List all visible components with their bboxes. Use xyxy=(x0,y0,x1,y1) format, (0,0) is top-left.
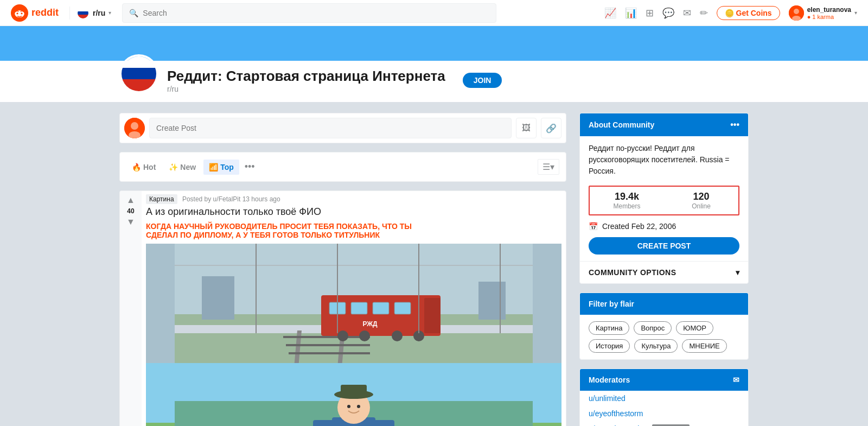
get-coins-button[interactable]: 🪙 Get Coins xyxy=(717,6,780,20)
svg-rect-48 xyxy=(373,420,394,426)
downvote-button[interactable]: ▼ xyxy=(126,217,135,227)
post-content: Картина Posted by u/FetalPit 13 hours ag… xyxy=(142,191,566,426)
reddit-logo[interactable]: reddit xyxy=(11,4,59,22)
header: reddit r/ru ▾ 🔍 📈 📊 ⊞ 💬 ✉ ✏ 🪙 Get Coins xyxy=(0,0,868,26)
svg-point-3 xyxy=(21,12,22,14)
post-image-train: РЖД xyxy=(146,244,561,363)
avatar-icon xyxy=(789,5,804,21)
mail-icon[interactable]: ✉ xyxy=(683,7,691,19)
flair-list: Картина Вопрос ЮМОР История Культура МНЕ… xyxy=(580,315,748,359)
view-toggle-button[interactable]: ☰▾ xyxy=(538,159,559,175)
create-post-avatar xyxy=(124,118,145,138)
svg-rect-44 xyxy=(341,385,367,397)
svg-point-29 xyxy=(392,330,403,341)
user-dropdown-icon[interactable]: ▾ xyxy=(854,10,857,16)
create-post-image-button[interactable]: 🖼 xyxy=(516,118,537,138)
subreddit-dropdown-icon[interactable]: ▾ xyxy=(108,10,111,16)
moderators-mail-icon[interactable]: ✉ xyxy=(733,376,739,384)
post-meta: Картина Posted by u/FetalPit 13 hours ag… xyxy=(146,195,561,203)
svg-rect-18 xyxy=(286,344,370,346)
stats-box: 19.4k Members 120 Online xyxy=(589,186,739,215)
create-post-input[interactable] xyxy=(149,118,512,138)
moderators-header: Moderators ✉ xyxy=(580,369,748,391)
sidebar: About Community ••• Реддит по-русски! Ре… xyxy=(579,113,749,426)
get-coins-label: Get Coins xyxy=(736,9,772,17)
svg-rect-47 xyxy=(313,420,335,426)
create-post-sidebar-button[interactable]: CREATE POST xyxy=(589,237,739,255)
pencil-icon[interactable]: ✏ xyxy=(700,7,708,19)
mod-name-eyeofthestorm: u/eyeofthestorm xyxy=(589,409,643,418)
members-label: Members xyxy=(590,202,664,210)
sort-top-button[interactable]: 📶 Top xyxy=(203,160,239,175)
about-community-more-icon[interactable]: ••• xyxy=(730,120,739,130)
svg-rect-21 xyxy=(424,298,441,333)
coin-icon: 🪙 xyxy=(725,9,734,17)
filter-flair-title: Filter by flair xyxy=(589,300,634,308)
chat-icon[interactable]: 💬 xyxy=(662,7,674,19)
user-menu[interactable]: elen_turanova ● 1 karma ▾ xyxy=(789,5,857,21)
create-post-link-button[interactable]: 🔗 xyxy=(541,118,561,138)
members-count: 19.4k xyxy=(590,191,664,202)
community-options-row[interactable]: COMMUNITY OPTIONS ▾ xyxy=(580,261,748,283)
upvote-button[interactable]: ▲ xyxy=(126,195,135,205)
svg-text:РЖД: РЖД xyxy=(362,320,378,328)
svg-rect-31 xyxy=(202,276,234,320)
trending-icon[interactable]: 📈 xyxy=(604,7,616,19)
sort-more-button[interactable]: ••• xyxy=(241,158,258,176)
flair-tag-vopros[interactable]: Вопрос xyxy=(634,321,672,335)
header-right: 📈 📊 ⊞ 💬 ✉ ✏ 🪙 Get Coins elen_turanova ● … xyxy=(604,5,858,21)
flair-tag-mnenie[interactable]: МНЕНИЕ xyxy=(682,339,726,353)
header-subreddit-info[interactable]: r/ru ▾ xyxy=(69,7,111,20)
about-community-description: Реддит по-русски! Реддит для русскоговор… xyxy=(589,143,739,177)
user-name: elen_turanova xyxy=(807,6,851,14)
flair-tag-kultura[interactable]: Культура xyxy=(634,339,678,353)
svg-point-46 xyxy=(357,405,360,408)
post-card: ▲ 40 ▼ Картина Posted by u/FetalPit 13 h… xyxy=(119,190,566,426)
post-image-man: Это немного, но это честная работа xyxy=(146,363,561,426)
search-bar[interactable]: 🔍 xyxy=(122,3,496,23)
calendar-icon: 📅 xyxy=(589,222,598,231)
bar-chart-icon: 📶 xyxy=(209,163,218,171)
svg-point-7 xyxy=(794,9,799,14)
mod-item-unlimited[interactable]: u/unlimited xyxy=(589,391,739,406)
sort-top-label: Top xyxy=(220,163,234,171)
main-layout: 🖼 🔗 🔥 Hot ✨ New 📶 Top ••• ☰▾ ▲ 40 xyxy=(108,102,760,426)
search-input[interactable] xyxy=(143,9,489,17)
flair-tag-yumor[interactable]: ЮМОР xyxy=(676,321,713,335)
sort-bar: 🔥 Hot ✨ New 📶 Top ••• ☰▾ xyxy=(119,152,566,182)
subreddit-header-inner: Реддит: Стартовая страница Интернета r/r… xyxy=(108,67,760,93)
svg-point-10 xyxy=(131,122,138,130)
feed-column: 🖼 🔗 🔥 Hot ✨ New 📶 Top ••• ☰▾ ▲ 40 xyxy=(119,113,566,426)
mod-list: u/unlimited u/eyeofthestorm u/Actual_Rus… xyxy=(580,391,748,426)
about-community-title: About Community xyxy=(589,120,654,129)
train-illustration: РЖД xyxy=(146,244,561,363)
subreddit-header: Реддит: Стартовая страница Интернета r/r… xyxy=(0,61,868,102)
sparkle-icon: ✨ xyxy=(169,163,178,171)
post-title[interactable]: А из оригинальности только твоё ФИО xyxy=(146,206,561,218)
svg-point-27 xyxy=(337,330,348,341)
moderators-title: Moderators xyxy=(589,376,630,384)
svg-point-45 xyxy=(347,405,350,408)
reddit-logo-text: reddit xyxy=(31,7,59,18)
filter-flair-card: Filter by flair Картина Вопрос ЮМОР Исто… xyxy=(579,293,749,360)
sort-hot-button[interactable]: 🔥 Hot xyxy=(126,160,161,175)
post-body-line1: КОГДА НАУЧНЫЙ РУКОВОДИТЕЛЬ ПРОСИТ ТЕБЯ П… xyxy=(146,222,561,239)
post-flair[interactable]: Картина xyxy=(146,194,177,204)
chart-icon[interactable]: 📊 xyxy=(625,7,637,19)
about-community-card: About Community ••• Реддит по-русски! Ре… xyxy=(579,113,749,284)
flair-tag-kartina[interactable]: Картина xyxy=(589,321,629,335)
flair-tag-istoriya[interactable]: История xyxy=(589,339,630,353)
online-stat: 120 Online xyxy=(664,191,738,210)
subreddit-title-wrap: Реддит: Стартовая страница Интернета r/r… xyxy=(167,68,445,93)
svg-rect-24 xyxy=(373,302,389,314)
sort-new-button[interactable]: ✨ New xyxy=(163,160,201,175)
mod-name-unlimited: u/unlimited xyxy=(589,394,626,403)
mod-item-actual-russian[interactable]: u/Actual_Russian Модератор xyxy=(589,421,739,426)
svg-rect-19 xyxy=(289,352,370,354)
join-button[interactable]: JOIN xyxy=(463,73,502,88)
grid-icon[interactable]: ⊞ xyxy=(646,7,654,19)
svg-rect-20 xyxy=(321,295,441,336)
create-avatar-icon xyxy=(124,118,145,138)
subreddit-avatar xyxy=(119,54,158,93)
mod-item-eyeofthestorm[interactable]: u/eyeofthestorm xyxy=(589,406,739,421)
